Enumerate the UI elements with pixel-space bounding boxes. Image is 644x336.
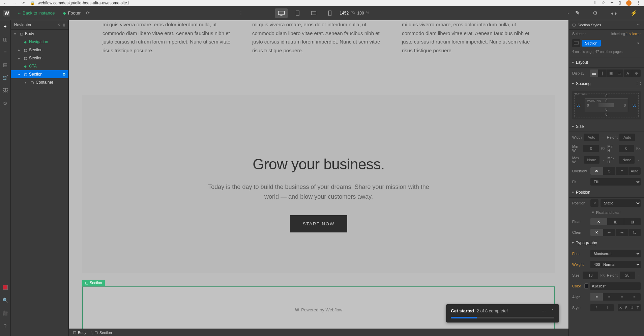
record-icon[interactable] [2, 284, 9, 291]
nav-item-navigation[interactable]: ◆Navigation [11, 38, 68, 46]
maxw-input[interactable] [584, 156, 599, 164]
design-canvas[interactable]: mi quis viverra ornare, eros dolor inter… [69, 20, 568, 336]
nav-item-section-2[interactable]: ▸▢Section [11, 54, 68, 62]
selector-viewport-icon[interactable] [572, 39, 580, 47]
viewport-width[interactable]: 1452 [340, 11, 349, 16]
cms-icon[interactable]: ▤ [2, 61, 9, 68]
footer-symbol-button[interactable]: ◆ Footer [63, 10, 81, 16]
position-reset-button[interactable]: ✕ [590, 199, 598, 207]
overflow-auto-button[interactable]: Auto [628, 167, 641, 175]
extension-icon[interactable]: ✦ [610, 0, 614, 6]
maxh-input[interactable] [619, 156, 635, 164]
section-size[interactable]: ▾Size [569, 121, 644, 132]
window-icon[interactable]: ▯ [619, 0, 621, 6]
overflow-scroll-button[interactable]: ≡ [616, 167, 628, 175]
nav-item-section-1[interactable]: ▸▢Section [11, 46, 68, 54]
pin-icon[interactable]: ▯ [63, 23, 65, 27]
align-left-button[interactable]: ≡ [590, 293, 603, 301]
display-inline-button[interactable]: A [624, 69, 632, 77]
spacing-editor[interactable]: MARGIN 0 0 30 30 PADDING 0 0 0 0 [572, 91, 641, 119]
display-flex-button[interactable]: ∥ [598, 69, 607, 77]
overflow-visible-button[interactable]: 👁 [590, 167, 603, 175]
selector-class-tag[interactable]: Section [582, 40, 601, 47]
webflow-logo-icon[interactable]: W [3, 10, 10, 17]
style-manager-icon[interactable]: ⬧⬧ [611, 10, 617, 16]
desktop-viewport-button[interactable] [275, 8, 288, 18]
back-browser-icon[interactable]: ← [3, 1, 7, 5]
section-layout[interactable]: ▾Layout [569, 57, 644, 68]
recycle-icon[interactable]: ♻ [62, 72, 66, 77]
line-height-input[interactable] [620, 272, 635, 279]
weight-select[interactable]: 400 - Normal [590, 261, 641, 268]
forward-browser-icon[interactable]: → [12, 1, 17, 5]
display-inline-block-button[interactable]: ▭ [615, 69, 624, 77]
brush-icon[interactable]: ✎ [575, 10, 580, 16]
align-center-button[interactable]: ≡ [603, 293, 615, 301]
decoration-none-button[interactable]: ✕ [618, 304, 623, 311]
underline-button[interactable]: U [629, 304, 635, 311]
float-left-button[interactable]: ◧ [607, 218, 624, 225]
share-browser-icon[interactable]: ⇧ [593, 0, 596, 6]
breadcrumb-body[interactable]: ▢Body [69, 329, 90, 336]
margin-bottom[interactable]: 0 [606, 113, 608, 116]
fit-select[interactable]: Fill [590, 178, 641, 186]
landscape-viewport-button[interactable] [308, 8, 320, 18]
project-settings-icon[interactable]: ⚙ [2, 100, 9, 107]
font-select[interactable]: Montserrat [590, 250, 641, 257]
height-input[interactable] [619, 134, 635, 141]
clear-right-button[interactable]: ⇥ [616, 229, 628, 236]
overline-button[interactable]: T [635, 304, 641, 311]
nav-item-cta[interactable]: ◆CTA [11, 62, 68, 70]
margin-top[interactable]: 0 [606, 94, 608, 98]
toast-more-icon[interactable]: ⋯ [541, 308, 546, 313]
inheriting-info[interactable]: Inheriting 1 selector [611, 32, 641, 36]
settings-gear-icon[interactable]: ⚙ [593, 10, 597, 16]
color-input[interactable] [590, 282, 641, 290]
minh-input[interactable] [619, 145, 634, 152]
back-to-instance-button[interactable]: ← Back to instance [14, 9, 57, 17]
section-position[interactable]: ▾Position [569, 187, 644, 198]
reload-browser-icon[interactable]: ⟳ [22, 1, 25, 5]
more-browser-icon[interactable]: ⋮ [637, 0, 641, 6]
clear-both-button[interactable]: ⇆ [628, 229, 641, 236]
margin-right[interactable]: 30 [633, 104, 636, 107]
strikethrough-button[interactable]: S [623, 304, 629, 311]
breadcrumb-section[interactable]: ▢Section [90, 329, 116, 336]
position-select[interactable]: Static [601, 199, 641, 207]
video-icon[interactable]: 🎥 [2, 310, 9, 316]
assets-icon[interactable]: 🖼 [2, 87, 9, 94]
search-icon[interactable]: 🔍 [2, 297, 9, 304]
clear-left-button[interactable]: ⇤ [603, 229, 616, 236]
profile-avatar-icon[interactable] [626, 0, 632, 6]
float-none-button[interactable]: ✕ [590, 218, 607, 225]
padding-bottom[interactable]: 0 [606, 108, 608, 111]
start-now-button[interactable]: START NOW [290, 215, 348, 232]
width-input[interactable] [584, 134, 599, 141]
overflow-hidden-button[interactable]: ⊘ [603, 167, 616, 175]
nav-item-body[interactable]: ▾▢Body [11, 30, 68, 38]
collapse-icon[interactable]: ✕ [57, 23, 60, 27]
section-tag-label[interactable]: ▢ Section [82, 280, 105, 286]
navigator-icon[interactable]: ≡ [2, 49, 9, 55]
align-right-button[interactable]: ≡ [616, 293, 628, 301]
padding-left[interactable]: 0 [587, 104, 589, 107]
viewport-zoom[interactable]: 100 [357, 11, 364, 16]
help-icon[interactable]: ? [2, 323, 9, 329]
section-spacing[interactable]: ▾Spacing⛶ [569, 79, 644, 89]
padding-right[interactable]: 0 [624, 104, 626, 107]
padding-top[interactable]: 0 [606, 99, 608, 103]
pages-icon[interactable]: ▥ [2, 36, 9, 43]
chevron-down-icon[interactable]: ▾ [592, 210, 594, 215]
ecommerce-icon[interactable]: 🛒 [2, 74, 9, 81]
font-size-input[interactable] [583, 272, 598, 279]
refresh-icon[interactable]: ⟳ [86, 10, 90, 16]
star-browser-icon[interactable]: ☆ [602, 0, 605, 6]
toast-expand-icon[interactable]: ⌃ [551, 308, 554, 313]
display-block-button[interactable]: ▬ [590, 69, 598, 77]
interactions-icon[interactable]: ⚡ [631, 10, 637, 16]
display-grid-button[interactable]: ▦ [607, 69, 615, 77]
clear-none-button[interactable]: ✕ [590, 229, 603, 236]
spacing-expand-icon[interactable]: ⛶ [637, 81, 641, 86]
nav-item-section-selected[interactable]: ▾▢Section♻ [11, 70, 68, 78]
italic-off-button[interactable]: I [602, 304, 613, 311]
